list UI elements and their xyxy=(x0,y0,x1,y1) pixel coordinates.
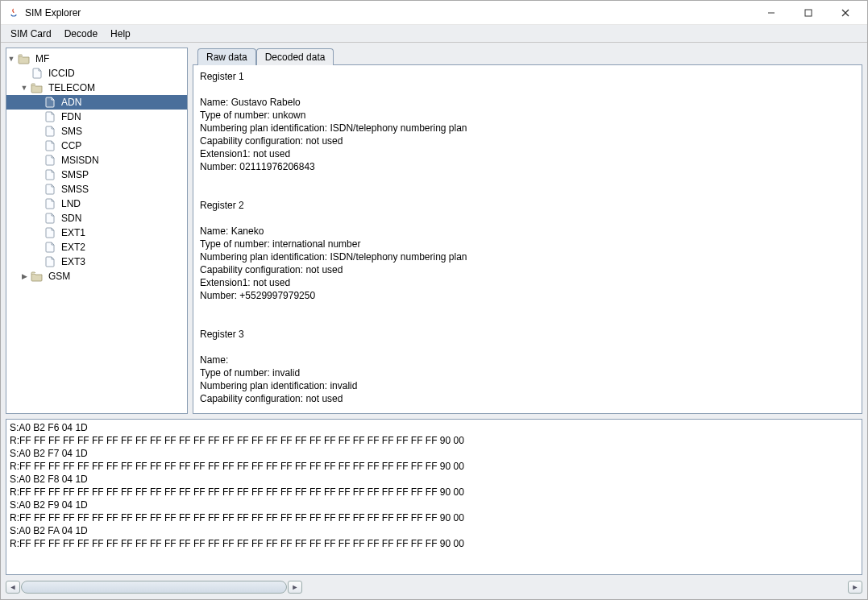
tree-item-ext2[interactable]: EXT2 xyxy=(6,240,187,254)
tree-label: EXT1 xyxy=(60,226,87,239)
apdu-log[interactable]: S:A0 B2 F6 04 1D R:FF FF FF FF FF FF FF … xyxy=(6,419,862,575)
svg-rect-1 xyxy=(805,10,812,16)
tree-label: ADN xyxy=(60,96,83,109)
tree-item-msisdn[interactable]: MSISDN xyxy=(6,153,187,168)
scroll-left-button[interactable]: ◄ xyxy=(6,581,20,594)
tree-item-smsp[interactable]: SMSP xyxy=(6,168,187,182)
tree-item-iccid[interactable]: ICCID xyxy=(6,66,187,81)
scroll-right-end-button[interactable]: ► xyxy=(848,581,862,594)
tree-label: EXT2 xyxy=(60,241,87,254)
chevron-right-icon[interactable]: ▶ xyxy=(19,271,29,281)
tree-label: SDN xyxy=(60,212,83,225)
folder-icon xyxy=(31,82,44,93)
window-title: SIM Explorer xyxy=(25,7,81,19)
tree-label: MSISDN xyxy=(60,154,101,167)
menu-help[interactable]: Help xyxy=(106,27,135,41)
tree-item-mf[interactable]: ▼MF xyxy=(6,52,187,66)
tree-item-sms[interactable]: SMS xyxy=(6,124,187,139)
menu-sim-card[interactable]: SIM Card xyxy=(6,27,56,41)
tree-label: ICCID xyxy=(47,67,77,80)
right-panel: Raw data Decoded data Register 1 Name: G… xyxy=(193,48,862,414)
top-row: ▼MFICCID▼TELECOMADNFDNSMSCCPMSISDNSMSPSM… xyxy=(6,48,862,414)
decoded-data-view[interactable]: Register 1 Name: Gustavo Rabelo Type of … xyxy=(193,64,862,414)
folder-icon xyxy=(18,53,31,64)
file-icon xyxy=(44,155,56,166)
tree-label: FDN xyxy=(60,110,83,123)
client-area: ▼MFICCID▼TELECOMADNFDNSMSCCPMSISDNSMSPSM… xyxy=(1,43,867,599)
tree-item-sdn[interactable]: SDN xyxy=(6,211,187,226)
tree-label: GSM xyxy=(47,270,72,283)
file-icon xyxy=(44,169,56,180)
tree-item-telecom[interactable]: ▼TELECOM xyxy=(6,81,187,95)
menubar: SIM Card Decode Help xyxy=(1,25,867,43)
file-tree[interactable]: ▼MFICCID▼TELECOMADNFDNSMSCCPMSISDNSMSPSM… xyxy=(6,48,188,414)
chevron-down-icon[interactable]: ▼ xyxy=(19,83,29,93)
app-window: SIM Explorer SIM Card Decode Help ▼MFICC… xyxy=(0,0,868,600)
tree-label: MF xyxy=(34,52,51,65)
tab-raw-data[interactable]: Raw data xyxy=(197,48,256,65)
tree-item-gsm[interactable]: ▶GSM xyxy=(6,269,187,283)
scroll-track[interactable] xyxy=(21,581,287,594)
tree-item-smss[interactable]: SMSS xyxy=(6,182,187,197)
file-icon xyxy=(44,140,56,151)
tree-item-ext1[interactable]: EXT1 xyxy=(6,226,187,240)
tab-decoded-data[interactable]: Decoded data xyxy=(256,48,334,65)
file-icon xyxy=(31,68,44,79)
file-icon xyxy=(44,198,56,209)
tree-item-ext3[interactable]: EXT3 xyxy=(6,254,187,269)
tree-item-lnd[interactable]: LND xyxy=(6,197,187,211)
maximize-button[interactable] xyxy=(790,1,827,25)
tree-label: EXT3 xyxy=(60,255,87,268)
file-icon xyxy=(44,213,56,224)
titlebar: SIM Explorer xyxy=(1,1,867,25)
file-icon xyxy=(44,256,56,267)
tree-label: TELECOM xyxy=(47,81,97,94)
tree-item-adn[interactable]: ADN xyxy=(6,95,187,110)
file-icon xyxy=(44,184,56,195)
tree-label: SMSS xyxy=(60,183,90,196)
file-icon xyxy=(44,242,56,253)
footer-scrollbar: ◄ ► ► xyxy=(6,580,862,594)
menu-decode[interactable]: Decode xyxy=(60,27,102,41)
tree-label: SMS xyxy=(60,125,84,138)
tree-item-ccp[interactable]: CCP xyxy=(6,139,187,153)
tree-label: SMSP xyxy=(60,168,90,181)
minimize-button[interactable] xyxy=(753,1,790,25)
tab-bar: Raw data Decoded data xyxy=(193,48,862,65)
chevron-down-icon[interactable]: ▼ xyxy=(6,54,16,64)
file-icon xyxy=(44,227,56,238)
tree-label: CCP xyxy=(60,139,83,152)
folder-icon xyxy=(31,271,44,282)
java-icon xyxy=(7,6,20,19)
file-icon xyxy=(44,97,56,108)
tree-item-fdn[interactable]: FDN xyxy=(6,110,187,124)
close-button[interactable] xyxy=(827,1,864,25)
tree-label: LND xyxy=(60,197,82,210)
file-icon xyxy=(44,126,56,137)
file-icon xyxy=(44,111,56,122)
scroll-right-button[interactable]: ► xyxy=(288,581,302,594)
